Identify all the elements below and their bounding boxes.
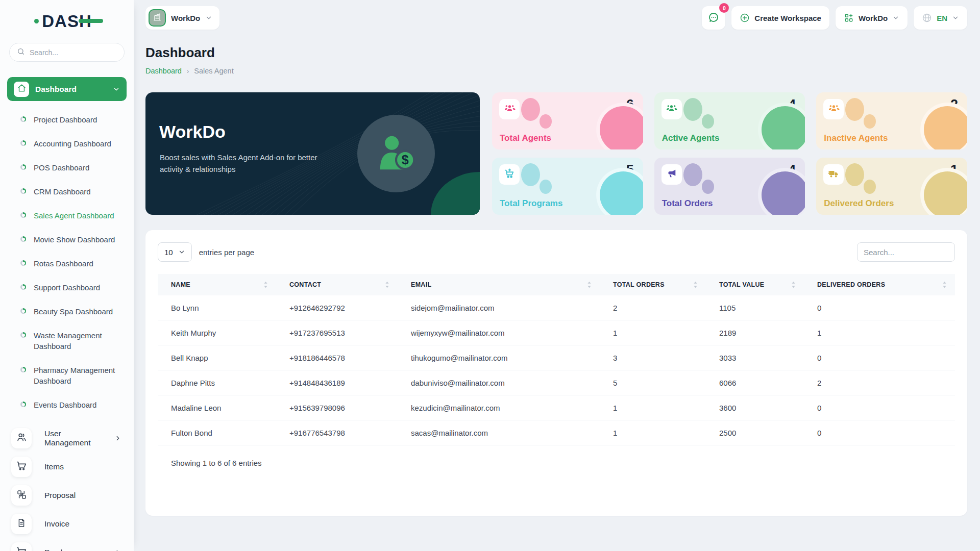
chevron-down-icon (205, 14, 212, 21)
stat-card-delivered-orders: 1 Delivered Orders (816, 158, 967, 215)
stat-label: Active Agents (662, 133, 720, 143)
column-header-total-orders[interactable]: TOTAL ORDERS (600, 274, 706, 295)
sidebar-item-beauty-spa-dashboard[interactable]: Beauty Spa Dashboard (0, 299, 134, 323)
sidebar-item-events-dashboard[interactable]: Events Dashboard (0, 393, 134, 417)
chevron-down-icon (113, 86, 120, 93)
chat-icon (707, 11, 720, 25)
brand-logo[interactable]: DASH (0, 11, 134, 32)
blob-decor (540, 180, 552, 194)
building-icon (152, 12, 162, 24)
sidebar-item-waste-management-dashboard[interactable]: Waste Management Dashboard (0, 323, 134, 358)
quarter-circle-decor (596, 103, 643, 149)
sidebar-search[interactable] (9, 43, 125, 62)
blob-decor (683, 98, 702, 121)
sidebar: DASH Dashboard Project Dashboard Account… (0, 0, 134, 551)
cell-contact: +912646292792 (276, 295, 398, 320)
cell-delivered-orders: 0 (804, 345, 955, 370)
cell-delivered-orders: 1 (804, 320, 955, 345)
sidebar-item-label: POS Dashboard (34, 162, 89, 173)
agents-table: NAME CONTACT EMAIL TOTAL ORDERS TOTAL VA… (158, 274, 955, 445)
sidebar-item-label: Waste Management Dashboard (34, 330, 124, 352)
sidebar-item-label: Events Dashboard (34, 399, 96, 410)
column-header-name[interactable]: NAME (158, 274, 276, 295)
column-header-delivered-orders[interactable]: DELIVERED ORDERS (804, 274, 955, 295)
sidebar-item-pharmacy-management-dashboard[interactable]: Pharmacy Management Dashboard (0, 358, 134, 393)
sidebar-item-label: Proposal (44, 491, 76, 500)
column-header-contact[interactable]: CONTACT (276, 274, 398, 295)
circle-bullet-icon (20, 212, 26, 218)
table-search-input[interactable] (857, 242, 955, 262)
cell-contact: +915639798096 (276, 395, 398, 420)
messages-button[interactable]: 0 (702, 6, 725, 30)
quarter-circle-decor (758, 103, 805, 149)
table-row: Madaline Leon+915639798096kezudicin@mail… (158, 395, 955, 420)
column-header-email[interactable]: EMAIL (398, 274, 600, 295)
table-row: Fulton Bond+916776543798sacas@mailinator… (158, 420, 955, 445)
main-content: WorkDo 0 Create Workspace WorkDo EN (134, 0, 980, 551)
circle-bullet-icon (20, 260, 26, 266)
brand-logo-text: DASH (42, 12, 92, 31)
sidebar-item-rotas-dashboard[interactable]: Rotas Dashboard (0, 252, 134, 276)
invoice-icon (16, 518, 27, 530)
cell-email: sacas@mailinator.com (398, 420, 600, 445)
language-selector[interactable]: EN (914, 6, 967, 30)
sidebar-item-purchases[interactable]: Purchases (7, 538, 127, 551)
column-header-total-value[interactable]: TOTAL VALUE (706, 274, 804, 295)
breadcrumb-link-dashboard[interactable]: Dashboard (145, 67, 182, 75)
stat-card-total-agents: 6 Total Agents (492, 92, 643, 149)
workspace-menu-button[interactable]: WorkDo (836, 6, 908, 30)
circle-bullet-icon (20, 332, 26, 338)
cell-name: Fulton Bond (158, 420, 276, 445)
cell-email: kezudicin@mailinator.com (398, 395, 600, 420)
circle-bullet-icon (20, 236, 26, 242)
sidebar-item-invoice[interactable]: Invoice (7, 510, 127, 538)
sidebar-item-pos-dashboard[interactable]: POS Dashboard (0, 156, 134, 180)
cell-delivered-orders: 2 (804, 370, 955, 395)
workspace-switcher[interactable]: WorkDo (145, 6, 219, 30)
sidebar-item-user-management[interactable]: User Management (7, 424, 127, 453)
stat-label: Inactive Agents (824, 133, 888, 143)
quarter-circle-decor (596, 168, 643, 215)
megaphone-icon (666, 168, 677, 181)
banner-title: WorkDo (159, 122, 226, 142)
sidebar-item-label: CRM Dashboard (34, 186, 91, 197)
sidebar-item-sales-agent-dashboard[interactable]: Sales Agent Dashboard (0, 204, 134, 228)
circle-bullet-icon (20, 367, 26, 372)
notification-badge: 0 (719, 3, 729, 13)
cell-name: Daphne Pitts (158, 370, 276, 395)
table-row: Daphne Pitts+914848436189dabuniviso@mail… (158, 370, 955, 395)
circle-bullet-icon (20, 284, 26, 290)
sidebar-item-accounting-dashboard[interactable]: Accounting Dashboard (0, 132, 134, 156)
circle-bullet-icon (20, 308, 26, 314)
sidebar-item-proposal[interactable]: Proposal (7, 481, 127, 510)
sidebar-item-crm-dashboard[interactable]: CRM Dashboard (0, 180, 134, 204)
circle-bullet-icon (20, 164, 26, 170)
sidebar-item-movie-show-dashboard[interactable]: Movie Show Dashboard (0, 228, 134, 252)
sidebar-item-project-dashboard[interactable]: Project Dashboard (0, 108, 134, 132)
topbar-actions: 0 Create Workspace WorkDo EN (702, 6, 967, 30)
workspace-name: WorkDo (171, 14, 200, 22)
topbar: WorkDo 0 Create Workspace WorkDo EN (145, 6, 967, 30)
blob-decor (540, 114, 552, 129)
cell-name: Madaline Leon (158, 395, 276, 420)
chevron-right-icon (114, 549, 121, 551)
sidebar-item-label: Accounting Dashboard (34, 138, 111, 149)
table-row: Bell Knapp+918186446578tihukogumo@mailin… (158, 345, 955, 370)
sidebar-item-support-dashboard[interactable]: Support Dashboard (0, 276, 134, 299)
stats-grid: 6 Total Agents 4 Active Agents 2 Inactiv… (492, 92, 967, 215)
create-workspace-button[interactable]: Create Workspace (731, 6, 829, 30)
blob-decor (864, 114, 876, 129)
page-title: Dashboard (145, 45, 967, 61)
stat-card-active-agents: 4 Active Agents (654, 92, 805, 149)
chevron-down-icon (952, 14, 959, 21)
sidebar-item-items[interactable]: Items (7, 453, 127, 481)
circle-bullet-icon (20, 116, 26, 122)
column-header-label: CONTACT (289, 281, 321, 288)
sidebar-item-dashboard[interactable]: Dashboard (7, 77, 127, 101)
table-footer-status: Showing 1 to 6 of 6 entries (171, 459, 955, 467)
cell-total-orders: 5 (600, 370, 706, 395)
sidebar-search-input[interactable] (30, 48, 122, 57)
entries-per-page-select[interactable]: 10 (158, 242, 192, 262)
table-body: Bo Lynn+912646292792sidejom@mailinator.c… (158, 295, 955, 445)
breadcrumb-current: Sales Agent (194, 67, 233, 75)
